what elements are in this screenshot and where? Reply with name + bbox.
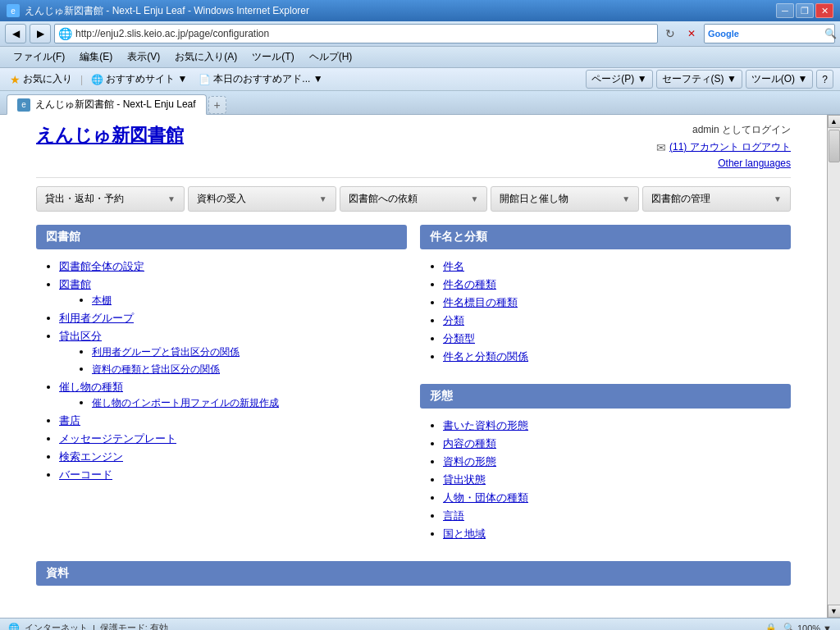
search-engine-link[interactable]: 検索エンジン: [59, 450, 123, 463]
list-item: 図書館全体の設定: [59, 259, 400, 274]
user-group-link[interactable]: 利用者グループ: [59, 312, 134, 324]
message-template-link[interactable]: メッセージテンプレート: [59, 432, 176, 445]
maximize-button[interactable]: ❐: [796, 3, 814, 18]
list-item: 国と地域: [443, 527, 784, 541]
window-title: えんじゅ新図書館 - Next-L Enju Leaf - Windows In…: [25, 4, 309, 18]
right-column: 件名と分類 件名 件名の種類 件名標目の種類 分類 分類型 件名と分類の関係: [420, 225, 791, 548]
status-bar: 🌐 インターネット | 保護モード: 有効 🔒 🔍 100% ▼: [0, 618, 840, 630]
written-material-form-link[interactable]: 書いた資料の形態: [443, 419, 528, 431]
list-item: 利用者グループ: [59, 311, 400, 326]
nav-acquisition[interactable]: 資料の受入 ▼: [188, 186, 336, 212]
scroll-thumb[interactable]: [829, 130, 840, 162]
tools-toolbar-button[interactable]: ツール(O) ▼: [746, 70, 814, 89]
subject-type-link[interactable]: 件名の種類: [443, 278, 496, 290]
status-icon: 🌐: [8, 623, 20, 630]
content-type-link[interactable]: 内容の種類: [443, 437, 496, 450]
material-form-link[interactable]: 資料の形態: [443, 455, 496, 468]
library-link[interactable]: 図書館: [59, 278, 91, 290]
nav-acquisition-label: 資料の受入: [197, 192, 246, 206]
stop-button[interactable]: ✕: [682, 25, 701, 43]
list-item: バーコード: [59, 468, 400, 482]
menu-edit[interactable]: 編集(E): [73, 48, 119, 66]
classification-type-link[interactable]: 分類型: [443, 332, 475, 345]
subject-link[interactable]: 件名: [443, 260, 464, 272]
page-header: えんじゅ新図書館 admin としてログイン ✉ (11) アカウント ログアウ…: [36, 123, 791, 178]
list-item: 内容の種類: [443, 436, 784, 451]
zoom-icon: 🔍: [783, 623, 795, 630]
content-grid: 図書館 図書館全体の設定 図書館 本棚: [36, 225, 791, 548]
status-protection: 保護モード: 有効: [100, 622, 168, 630]
other-languages-link[interactable]: Other languages: [656, 158, 791, 169]
back-button[interactable]: ◀: [5, 24, 26, 43]
zoom-chevron-icon: ▼: [823, 623, 832, 631]
page-toolbar-button[interactable]: ページ(P) ▼: [586, 70, 652, 89]
person-org-type-link[interactable]: 人物・団体の種類: [443, 491, 528, 504]
recommended-button[interactable]: 🌐 おすすめサイト ▼: [88, 71, 190, 87]
library-settings-link[interactable]: 図書館全体の設定: [59, 260, 144, 272]
page-title[interactable]: えんじゅ新図書館: [36, 123, 184, 148]
subject-section: 件名と分類 件名 件名の種類 件名標目の種類 分類 分類型 件名と分類の関係: [420, 225, 791, 371]
nav-requests-label: 図書館への依頼: [349, 192, 418, 206]
new-tab-button[interactable]: +: [208, 96, 226, 114]
subject-heading-link[interactable]: 件名標目の種類: [443, 296, 518, 308]
search-input[interactable]: [742, 28, 824, 39]
menu-tools[interactable]: ツール(T): [245, 48, 300, 66]
user-lending-relation-link[interactable]: 利用者グループと貸出区分の関係: [92, 346, 240, 358]
bookshelf-link[interactable]: 本棚: [92, 294, 112, 306]
nav-events-label: 開館日と催し物: [500, 192, 568, 206]
material-lending-relation-link[interactable]: 資料の種類と貸出区分の関係: [92, 363, 220, 375]
nav-management[interactable]: 図書館の管理 ▼: [642, 186, 791, 212]
scroll-down-button[interactable]: ▼: [828, 605, 841, 618]
classification-link[interactable]: 分類: [443, 314, 464, 326]
list-item: 本棚: [92, 294, 400, 308]
scroll-up-button[interactable]: ▲: [828, 115, 841, 128]
lending-category-link[interactable]: 貸出区分: [59, 330, 102, 342]
list-item: 件名: [443, 259, 784, 274]
country-region-link[interactable]: 国と地域: [443, 527, 486, 540]
list-item: 貸出区分 利用者グループと貸出区分の関係 資料の種類と貸出区分の関係: [59, 329, 400, 377]
list-item: 人物・団体の種類: [443, 491, 784, 505]
scrollbar[interactable]: ▲ ▼: [827, 115, 840, 618]
close-button[interactable]: ✕: [815, 3, 833, 18]
nav-lending[interactable]: 貸出・返却・予約 ▼: [36, 186, 185, 212]
address-bar[interactable]: 🌐 http://enju2.slis.keio.ac.jp/page/conf…: [54, 24, 658, 43]
minimize-button[interactable]: ─: [776, 3, 794, 18]
subject-classification-relation-link[interactable]: 件名と分類の関係: [443, 350, 528, 363]
menu-favorites[interactable]: お気に入り(A): [168, 48, 244, 66]
nav-requests[interactable]: 図書館への依頼 ▼: [340, 186, 488, 212]
zoom-control[interactable]: 🔍 100% ▼: [783, 623, 832, 630]
navigation-menu: 貸出・返却・予約 ▼ 資料の受入 ▼ 図書館への依頼 ▼ 開館日と催し物 ▼: [36, 186, 791, 212]
menu-help[interactable]: ヘルプ(H): [303, 48, 359, 66]
list-item: 分類型: [443, 331, 784, 346]
forward-button[interactable]: ▶: [30, 24, 51, 43]
favorites-button[interactable]: ★ お気に入り: [7, 71, 75, 87]
refresh-button[interactable]: ↻: [661, 25, 679, 43]
page-area: えんじゅ新図書館 admin としてログイン ✉ (11) アカウント ログアウ…: [0, 115, 840, 618]
account-logout-link[interactable]: (11) アカウント ログアウト: [669, 140, 791, 154]
material-section: 資料: [36, 561, 791, 586]
search-go-button[interactable]: 🔍: [824, 28, 837, 39]
event-import-link[interactable]: 催し物のインポート用ファイルの新規作成: [92, 397, 279, 409]
library-section: 図書館 図書館全体の設定 図書館 本棚: [36, 225, 407, 548]
lending-status-link[interactable]: 貸出状態: [443, 473, 486, 486]
status-internet: インターネット: [25, 622, 88, 630]
address-text: http://enju2.slis.keio.ac.jp/page/config…: [75, 28, 654, 39]
safety-toolbar-button[interactable]: セーフティ(S) ▼: [656, 70, 742, 89]
help-toolbar-button[interactable]: ?: [816, 70, 833, 89]
menu-file[interactable]: ファイル(F): [7, 48, 71, 66]
bookstore-link[interactable]: 書店: [59, 414, 80, 427]
status-bar-left: 🌐 インターネット | 保護モード: 有効: [8, 622, 759, 630]
chevron-down-icon: ▼: [470, 194, 478, 203]
star-icon: ★: [10, 73, 21, 86]
active-tab[interactable]: e えんじゅ新図書館 - Next-L Enju Leaf: [7, 94, 207, 115]
language-link[interactable]: 言語: [443, 509, 464, 522]
event-type-link[interactable]: 催し物の種類: [59, 381, 123, 393]
browser-window: e えんじゅ新図書館 - Next-L Enju Leaf - Windows …: [0, 0, 840, 630]
nav-bar: ◀ ▶ 🌐 http://enju2.slis.keio.ac.jp/page/…: [0, 21, 840, 47]
nav-events[interactable]: 開館日と催し物 ▼: [491, 186, 639, 212]
subject-section-title: 件名と分類: [430, 230, 487, 243]
today-button[interactable]: 📄 本日のおすすめアド... ▼: [195, 71, 326, 87]
menu-view[interactable]: 表示(V): [121, 48, 167, 66]
search-bar[interactable]: Google 🔍: [704, 24, 835, 43]
barcode-link[interactable]: バーコード: [59, 468, 112, 481]
